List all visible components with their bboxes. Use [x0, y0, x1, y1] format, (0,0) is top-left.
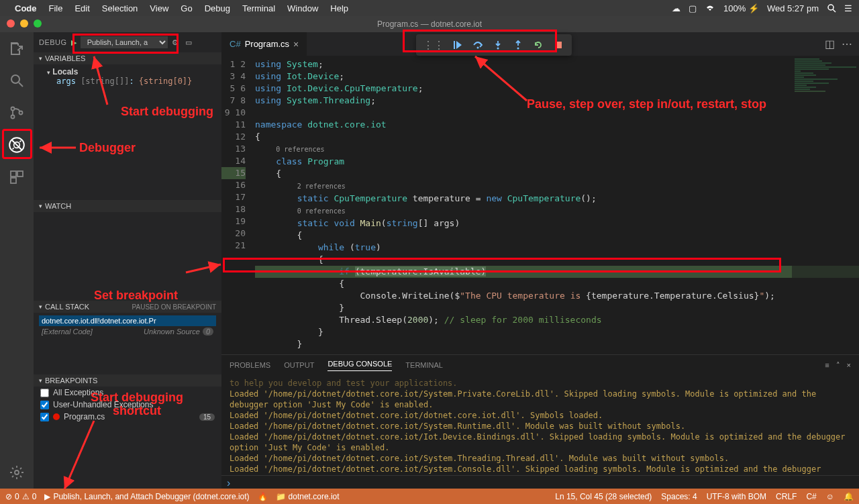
breakpoint-program-cs[interactable]: Program.cs15 — [34, 411, 221, 423]
debug-toolbar[interactable]: ⋮⋮ — [416, 34, 572, 56]
gear-icon[interactable]: ⚙ — [172, 38, 179, 47]
menu-selection[interactable]: Selection — [102, 3, 138, 13]
debug-console-output[interactable]: to help you develop and test your applic… — [221, 375, 859, 475]
breakpoint-dot-icon — [53, 413, 60, 420]
status-eol[interactable]: CRLF — [776, 492, 797, 501]
step-out-button[interactable] — [509, 37, 527, 53]
close-window-icon[interactable] — [7, 19, 15, 28]
debug-console-input[interactable]: › — [221, 475, 859, 489]
status-bell-icon[interactable]: 🔔 — [844, 492, 854, 501]
svg-point-17 — [15, 470, 19, 474]
svg-point-4 — [11, 107, 15, 111]
airplay-icon[interactable]: ▢ — [689, 3, 697, 13]
minimize-window-icon[interactable] — [20, 19, 28, 28]
svg-line-10 — [13, 141, 14, 142]
minimap[interactable] — [792, 56, 859, 354]
svg-point-21 — [497, 48, 499, 50]
tab-terminal[interactable]: TERMINAL — [405, 361, 443, 369]
menu-icon[interactable]: ☰ — [844, 3, 852, 13]
drag-handle-icon[interactable]: ⋮⋮ — [420, 39, 447, 52]
tab-program-cs[interactable]: C# Program.cs × — [221, 32, 307, 56]
breakpoints-header[interactable]: ▾BREAKPOINTS — [34, 374, 221, 387]
menu-file[interactable]: File — [49, 3, 63, 13]
launch-config-select[interactable]: Publish, Launch, a — [81, 36, 168, 48]
battery-indicator[interactable]: 100% ⚡ — [723, 3, 759, 13]
menu-app[interactable]: Code — [15, 3, 37, 13]
status-encoding[interactable]: UTF-8 with BOM — [707, 492, 766, 501]
macos-menubar: Code File Edit Selection View Go Debug T… — [0, 0, 859, 16]
current-execution-line: if (temperature.IsAvailable) — [255, 266, 859, 278]
panel-tabs: PROBLEMS OUTPUT DEBUG CONSOLE TERMINAL ≡… — [221, 355, 859, 375]
window-title: Program.cs — dotnet.core.iot — [377, 19, 482, 29]
wifi-icon[interactable] — [705, 4, 715, 12]
status-bar: ⊘ 0 ⚠ 0 ▶ Publish, Launch, and Attach De… — [0, 489, 859, 504]
code-editor[interactable]: 1 2 3 4 5 6 7 8 9 10 11 12 13 14 ▸15 16 … — [221, 56, 859, 354]
debug-icon[interactable] — [7, 136, 26, 154]
activity-bar — [0, 32, 34, 489]
continue-button[interactable] — [448, 37, 467, 53]
svg-rect-18 — [454, 41, 455, 49]
svg-point-6 — [19, 111, 23, 115]
debug-console-icon[interactable]: ▭ — [185, 38, 192, 47]
status-launch-config[interactable]: ▶ Publish, Launch, and Attach Debugger (… — [44, 492, 249, 501]
extensions-icon[interactable] — [7, 168, 26, 187]
svg-rect-24 — [555, 42, 562, 48]
window-controls[interactable] — [7, 19, 42, 28]
settings-icon[interactable] — [7, 463, 26, 482]
breakpoint-user-unhandled[interactable]: User-Unhandled Exceptions — [34, 399, 221, 411]
menu-help[interactable]: Help — [330, 3, 348, 13]
sidebar-header: DEBUG ▶ Publish, Launch, a ⚙ ▭ — [34, 32, 221, 52]
maximize-window-icon[interactable] — [34, 19, 42, 28]
code-content[interactable]: using System; using Iot.Device; using Io… — [255, 56, 859, 354]
search-icon[interactable] — [7, 71, 26, 90]
status-folder[interactable]: 📁 dotnet.core.iot — [276, 492, 340, 501]
status-spaces[interactable]: Spaces: 4 — [661, 492, 697, 501]
close-icon[interactable]: × — [293, 39, 299, 50]
locals-header[interactable]: ▾ Locals — [47, 67, 215, 77]
panel-close-icon[interactable]: × — [847, 361, 851, 370]
watch-header[interactable]: ▾WATCH — [34, 200, 221, 212]
source-control-icon[interactable] — [7, 103, 26, 122]
start-debug-button[interactable]: ▶ — [71, 38, 77, 47]
status-omnisharp[interactable]: 🔥 — [258, 492, 268, 501]
tab-problems[interactable]: PROBLEMS — [230, 361, 270, 369]
callstack-frame-active[interactable]: dotnet.core.iot.dll!dotnet.core.iot.Pr — [39, 315, 216, 326]
status-feedback-icon[interactable]: ☺ — [826, 492, 834, 501]
status-errors[interactable]: ⊘ 0 ⚠ 0 — [5, 492, 36, 501]
svg-point-23 — [517, 48, 519, 50]
variable-args[interactable]: args [string[]]: {string[0]} — [47, 77, 215, 86]
cloud-icon[interactable]: ☁ — [672, 3, 680, 13]
clear-console-icon[interactable]: ≡ — [825, 361, 829, 370]
svg-line-3 — [19, 83, 23, 87]
more-icon[interactable]: ⋯ — [842, 38, 852, 50]
menu-view[interactable]: View — [150, 3, 168, 13]
breakpoint-all-exceptions[interactable]: All Exceptions — [34, 387, 221, 399]
status-language[interactable]: C# — [806, 492, 816, 501]
menu-go[interactable]: Go — [181, 3, 192, 13]
explorer-icon[interactable] — [7, 39, 26, 58]
menu-window[interactable]: Window — [287, 3, 318, 13]
svg-rect-15 — [17, 171, 23, 177]
status-cursor-pos[interactable]: Ln 15, Col 45 (28 selected) — [555, 492, 652, 501]
callstack-header[interactable]: ▾CALL STACKPAUSED ON BREAKPOINT — [34, 301, 221, 313]
menu-debug[interactable]: Debug — [205, 3, 230, 13]
panel-maximize-icon[interactable]: ˄ — [836, 361, 840, 370]
restart-button[interactable] — [529, 37, 548, 53]
split-editor-icon[interactable]: ◫ — [825, 38, 835, 50]
svg-point-2 — [11, 75, 19, 83]
variables-header[interactable]: ▾VARIABLES — [34, 52, 221, 64]
stop-button[interactable] — [549, 37, 568, 53]
tab-debug-console[interactable]: DEBUG CONSOLE — [327, 360, 392, 371]
sidebar-title: DEBUG — [39, 38, 67, 46]
step-over-button[interactable] — [468, 37, 487, 53]
callstack-frame-external[interactable]: [External Code]Unknown Source0 — [39, 326, 216, 337]
tab-output[interactable]: OUTPUT — [284, 361, 314, 369]
svg-point-19 — [477, 47, 479, 49]
svg-point-5 — [11, 115, 15, 119]
menu-terminal[interactable]: Terminal — [242, 3, 275, 13]
clock[interactable]: Wed 5:27 pm — [767, 3, 819, 13]
svg-line-11 — [19, 141, 21, 142]
search-icon[interactable] — [827, 3, 836, 13]
step-into-button[interactable] — [489, 37, 507, 53]
menu-edit[interactable]: Edit — [74, 3, 89, 13]
